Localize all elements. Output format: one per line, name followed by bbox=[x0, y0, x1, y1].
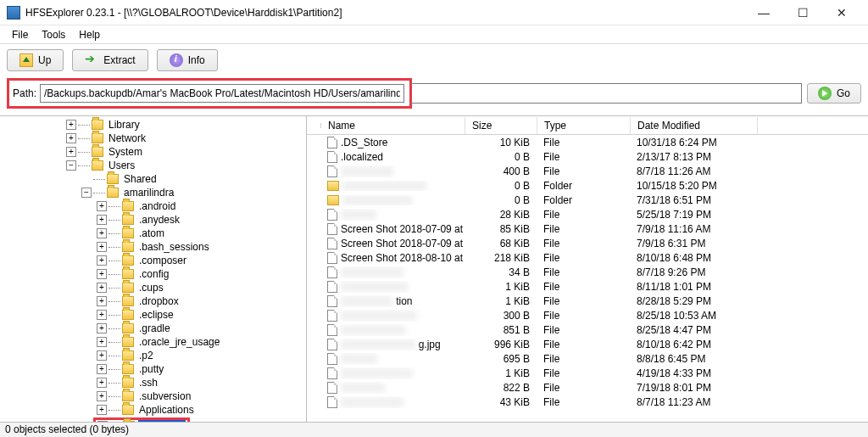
tree-toggle[interactable]: + bbox=[97, 269, 107, 279]
tree-toggle[interactable]: − bbox=[97, 421, 108, 422]
tree-toggle[interactable]: + bbox=[66, 147, 76, 157]
tree-toggle[interactable]: + bbox=[97, 364, 107, 374]
column-type[interactable]: Type bbox=[537, 117, 631, 134]
column-size[interactable]: Size bbox=[465, 117, 537, 134]
tree-toggle[interactable]: + bbox=[97, 405, 107, 415]
list-row[interactable]: 0 BFolder10/15/18 5:20 PM bbox=[307, 178, 868, 193]
tree-label: .subversion bbox=[137, 390, 192, 402]
list-row[interactable]: 1 KiBFile8/11/18 1:01 PM bbox=[307, 279, 868, 294]
tree-toggle[interactable]: + bbox=[97, 228, 107, 238]
tree-row[interactable]: +.config bbox=[0, 267, 306, 281]
tree-toggle[interactable]: + bbox=[97, 201, 107, 211]
list-row[interactable]: 300 BFile8/25/18 10:53 AM bbox=[307, 308, 868, 322]
tree-row[interactable]: +.atom bbox=[0, 227, 306, 240]
minimize-button[interactable]: — bbox=[744, 0, 783, 25]
file-icon bbox=[327, 367, 337, 379]
cell-name: .DS_Store bbox=[320, 137, 465, 148]
list-row[interactable]: Screen Shot 2018-08-10 at 6.47218 KiBFil… bbox=[307, 250, 868, 265]
tree-pane[interactable]: +Library+Network+System−UsersShared−amar… bbox=[0, 116, 307, 422]
tree-label: Applications bbox=[137, 404, 196, 416]
tree-toggle[interactable]: + bbox=[97, 350, 107, 361]
list-row[interactable]: 851 BFile8/25/18 4:47 PM bbox=[307, 322, 868, 337]
up-label: Up bbox=[38, 54, 51, 66]
tree-row[interactable]: +.putty bbox=[0, 362, 306, 376]
file-name: Screen Shot 2018-07-09 at 6.31 bbox=[341, 238, 465, 249]
tree-row[interactable]: −amarilindra bbox=[0, 186, 306, 199]
list-row[interactable]: Screen Shot 2018-07-09 at 6.3168 KiBFile… bbox=[307, 236, 868, 250]
tree-row[interactable]: +.dropbox bbox=[0, 294, 306, 308]
list-row[interactable]: 400 BFile8/7/18 11:26 AM bbox=[307, 164, 868, 178]
list-row[interactable]: 695 BFile8/8/18 6:45 PM bbox=[307, 351, 868, 366]
cell-date: 8/7/18 11:23 AM bbox=[630, 396, 757, 408]
tree-toggle[interactable]: + bbox=[97, 215, 107, 225]
cell-date: 10/15/18 5:20 PM bbox=[630, 180, 757, 192]
menu-tools[interactable]: Tools bbox=[35, 27, 72, 42]
tree-row[interactable]: +.composer bbox=[0, 254, 306, 267]
tree-row[interactable]: +.p2 bbox=[0, 349, 306, 362]
extract-icon bbox=[85, 53, 98, 67]
tree-row[interactable]: +.ssh bbox=[0, 376, 306, 389]
path-input-extension[interactable] bbox=[409, 83, 802, 104]
cell-name: .localized bbox=[320, 151, 465, 163]
tree-toggle[interactable]: + bbox=[97, 296, 107, 306]
tree-toggle[interactable]: − bbox=[66, 160, 76, 171]
tree-toggle[interactable]: + bbox=[97, 323, 107, 333]
list-row[interactable]: 28 KiBFile5/25/18 7:19 PM bbox=[307, 207, 868, 221]
tree-toggle[interactable]: + bbox=[97, 310, 107, 320]
tree-row[interactable]: +Applications bbox=[0, 403, 306, 417]
tree-toggle[interactable]: − bbox=[81, 188, 92, 198]
list-row[interactable]: 822 BFile7/19/18 8:01 PM bbox=[307, 380, 868, 395]
tree-row[interactable]: +.bash_sessions bbox=[0, 240, 306, 254]
tree-row[interactable]: +Network bbox=[0, 132, 306, 145]
folder-icon bbox=[122, 378, 134, 388]
column-handle[interactable] bbox=[307, 123, 321, 128]
tree-toggle[interactable]: + bbox=[66, 133, 76, 143]
folder-icon bbox=[122, 405, 134, 415]
list-row[interactable]: tion1 KiBFile8/28/18 5:29 PM bbox=[307, 294, 868, 308]
tree-toggle[interactable]: + bbox=[97, 391, 107, 401]
tree-row[interactable]: +.cups bbox=[0, 281, 306, 294]
menu-file[interactable]: File bbox=[5, 27, 35, 42]
file-icon bbox=[327, 252, 337, 264]
list-row[interactable]: g.jpg996 KiBFile8/10/18 6:42 PM bbox=[307, 337, 868, 351]
list-row[interactable]: 34 BFile8/7/18 9:26 PM bbox=[307, 265, 868, 279]
list-row[interactable]: .localized0 BFile2/13/17 8:13 PM bbox=[307, 149, 868, 164]
tree-row[interactable]: −Users bbox=[0, 159, 306, 172]
tree-row[interactable]: +Library bbox=[0, 118, 306, 132]
tree-toggle[interactable]: + bbox=[97, 255, 107, 266]
list-row[interactable]: Screen Shot 2018-07-09 at 11.1585 KiBFil… bbox=[307, 221, 868, 236]
list-row[interactable]: 43 KiBFile8/7/18 11:23 AM bbox=[307, 395, 868, 409]
column-name[interactable]: Name bbox=[321, 117, 465, 134]
tree-label[interactable]: Desktop bbox=[138, 420, 186, 422]
tree-row[interactable]: +.oracle_jre_usage bbox=[0, 335, 306, 349]
tree-row[interactable]: +System bbox=[0, 145, 306, 159]
column-date[interactable]: Date Modified bbox=[631, 117, 758, 134]
list-row[interactable]: 0 BFolder7/31/18 6:51 PM bbox=[307, 193, 868, 207]
tree-toggle[interactable]: + bbox=[97, 378, 107, 388]
list-row[interactable]: .DS_Store10 KiBFile10/31/18 6:24 PM bbox=[307, 135, 868, 149]
up-button[interactable]: Up bbox=[7, 49, 64, 71]
close-button[interactable]: ✕ bbox=[822, 0, 861, 25]
app-icon bbox=[7, 6, 20, 20]
tree-row[interactable]: +.gradle bbox=[0, 322, 306, 335]
tree-row[interactable]: +.anydesk bbox=[0, 213, 306, 227]
path-input[interactable] bbox=[40, 84, 404, 103]
maximize-button[interactable]: ☐ bbox=[783, 0, 822, 25]
tree-toggle[interactable]: + bbox=[66, 120, 76, 130]
go-button[interactable]: Go bbox=[807, 83, 861, 104]
tree-row[interactable]: Shared bbox=[0, 172, 306, 186]
menu-help[interactable]: Help bbox=[72, 27, 107, 42]
extract-button[interactable]: Extract bbox=[72, 49, 147, 71]
tree-toggle[interactable]: + bbox=[97, 337, 107, 347]
tree-row[interactable]: +.eclipse bbox=[0, 308, 306, 322]
list-row[interactable]: 1 KiBFile4/19/18 4:33 PM bbox=[307, 366, 868, 380]
tree-toggle[interactable]: + bbox=[97, 283, 107, 293]
list-body[interactable]: .DS_Store10 KiBFile10/31/18 6:24 PM.loca… bbox=[307, 135, 868, 422]
tree-toggle[interactable]: + bbox=[97, 242, 107, 252]
tree-label: .gradle bbox=[137, 322, 172, 334]
cell-size: 10 KiB bbox=[465, 137, 537, 148]
cell-size: 68 KiB bbox=[465, 238, 537, 249]
tree-row[interactable]: +.android bbox=[0, 199, 306, 213]
tree-row[interactable]: +.subversion bbox=[0, 389, 306, 403]
info-button[interactable]: Info bbox=[157, 49, 218, 71]
